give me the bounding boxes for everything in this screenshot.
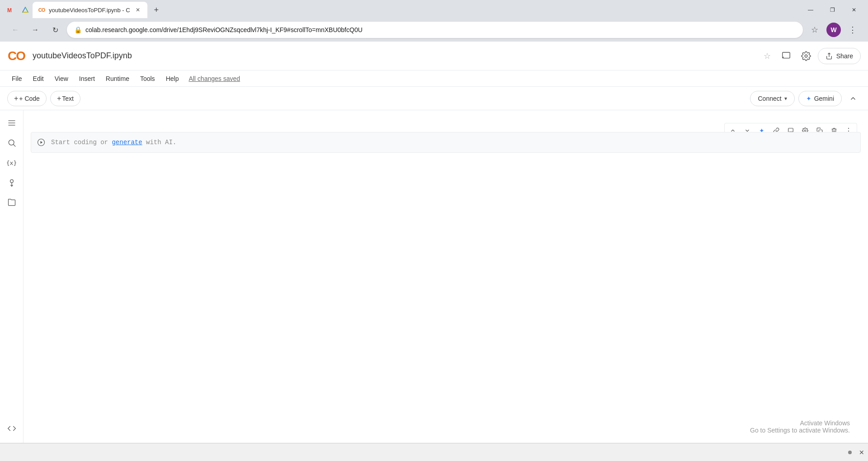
plus-text-icon: + bbox=[57, 94, 61, 103]
add-code-label: + Code bbox=[19, 95, 40, 102]
taskbar-close-button[interactable]: ✕ bbox=[859, 449, 864, 456]
svg-point-12 bbox=[10, 179, 13, 183]
gemini-button[interactable]: ✦ Gemini bbox=[798, 91, 842, 106]
tab-title: youtubeVideosToPDF.ipynb - C bbox=[49, 7, 130, 14]
sidebar-variables[interactable]: {x} bbox=[3, 154, 21, 172]
svg-point-5 bbox=[805, 55, 807, 57]
menu-help[interactable]: Help bbox=[161, 73, 184, 84]
menu-insert[interactable]: Insert bbox=[75, 73, 99, 84]
svg-point-20 bbox=[804, 130, 806, 132]
taskbar-icons: ✕ bbox=[844, 447, 864, 458]
generate-link[interactable]: generate bbox=[112, 139, 142, 146]
svg-marker-23 bbox=[41, 141, 43, 144]
menu-bar: File Edit View Insert Runtime Tools Help… bbox=[0, 71, 868, 87]
add-text-label: Text bbox=[62, 95, 74, 102]
notebook: ✦ bbox=[24, 110, 868, 461]
tab-colab-active[interactable]: CO youtubeVideosToPDF.ipynb - C ✕ bbox=[33, 2, 147, 18]
add-code-button[interactable]: + + Code bbox=[7, 91, 47, 106]
bookmark-button[interactable]: ☆ bbox=[807, 22, 823, 38]
svg-line-3 bbox=[23, 7, 25, 12]
svg-marker-1 bbox=[23, 7, 28, 12]
browser-menu-button[interactable]: ⋮ bbox=[844, 22, 861, 38]
cell-placeholder-before: Start coding or bbox=[51, 139, 112, 146]
tab-close-button[interactable]: ✕ bbox=[134, 6, 142, 14]
connect-button[interactable]: Connect ▾ bbox=[750, 91, 794, 106]
header-actions: gmail Share bbox=[778, 48, 861, 64]
sidebar-toc[interactable] bbox=[3, 114, 21, 132]
svg-line-11 bbox=[13, 145, 15, 147]
menu-edit[interactable]: Edit bbox=[28, 73, 48, 84]
address-text: colab.research.google.com/drive/1Ehdj9SR… bbox=[85, 26, 796, 33]
taskbar-dot-icon bbox=[844, 447, 855, 458]
cell-code-content[interactable]: Start coding or generate with AI. bbox=[51, 138, 857, 147]
menu-runtime[interactable]: Runtime bbox=[101, 73, 134, 84]
sidebar-secrets[interactable] bbox=[3, 174, 21, 192]
back-button[interactable]: ← bbox=[7, 22, 24, 38]
gemini-star-icon: ✦ bbox=[806, 95, 811, 102]
colab-header: CO youtubeVideosToPDF.ipynb ☆ bbox=[0, 42, 868, 71]
cell-wrapper: ✦ bbox=[31, 132, 861, 153]
menu-tools[interactable]: Tools bbox=[136, 73, 160, 84]
colab-favicon: CO bbox=[38, 6, 45, 14]
cell-placeholder-after: with AI. bbox=[142, 139, 177, 146]
sidebar-search[interactable] bbox=[3, 134, 21, 152]
star-button[interactable]: ☆ bbox=[764, 51, 771, 61]
tab-gmail[interactable]: M bbox=[4, 3, 18, 17]
svg-text:M: M bbox=[7, 7, 12, 14]
connect-dropdown-icon: ▾ bbox=[784, 95, 787, 102]
activate-windows-subtitle: Go to Settings to activate Windows. bbox=[750, 427, 850, 434]
run-cell-button[interactable] bbox=[35, 136, 47, 149]
gemini-label: Gemini bbox=[814, 95, 834, 102]
profile-avatar[interactable]: W bbox=[826, 23, 841, 37]
reload-button[interactable]: ↻ bbox=[47, 22, 63, 38]
body-layout: {x} bbox=[0, 110, 868, 461]
close-button[interactable]: ✕ bbox=[844, 2, 864, 18]
lock-icon: 🔒 bbox=[74, 26, 82, 33]
add-text-button[interactable]: + Text bbox=[50, 91, 80, 106]
plus-icon: + bbox=[14, 94, 18, 103]
menu-file[interactable]: File bbox=[7, 73, 27, 84]
tab-bar: M CO youtubeVideosToPDF.ipynb - C ✕ bbox=[0, 0, 868, 18]
svg-point-10 bbox=[9, 140, 14, 145]
share-icon bbox=[826, 52, 833, 60]
collapse-button[interactable] bbox=[845, 91, 861, 106]
address-input[interactable]: 🔒 colab.research.google.com/drive/1Ehdj9… bbox=[67, 22, 803, 38]
drive-favicon bbox=[22, 6, 29, 14]
windows-activation-watermark: Activate Windows Go to Settings to activ… bbox=[750, 419, 850, 434]
share-text: Share bbox=[836, 52, 853, 60]
sidebar: {x} bbox=[0, 110, 24, 461]
activate-windows-title: Activate Windows bbox=[750, 419, 850, 427]
taskbar: ✕ bbox=[0, 443, 868, 461]
new-tab-button[interactable]: + bbox=[149, 3, 164, 17]
comments-button[interactable] bbox=[778, 48, 794, 64]
sidebar-files[interactable] bbox=[3, 193, 21, 212]
colab-logo: CO bbox=[7, 47, 25, 65]
minimize-button[interactable]: — bbox=[800, 2, 821, 18]
window-controls: — ❐ ✕ bbox=[800, 2, 868, 18]
main-content: CO youtubeVideosToPDF.ipynb ☆ bbox=[0, 42, 868, 461]
notebook-title: youtubeVideosToPDF.ipynb bbox=[33, 51, 755, 61]
toolbar-right: Connect ▾ ✦ Gemini bbox=[750, 91, 861, 106]
tab-drive[interactable] bbox=[18, 3, 33, 17]
forward-button[interactable]: → bbox=[27, 22, 43, 38]
menu-view[interactable]: View bbox=[50, 73, 73, 84]
toolbar: + + Code + Text Connect ▾ ✦ Gemini bbox=[0, 87, 868, 110]
save-status: All changes saved bbox=[189, 75, 240, 82]
share-button[interactable]: gmail Share bbox=[818, 48, 861, 64]
sidebar-code-snippets[interactable] bbox=[3, 419, 21, 437]
gmail-favicon: M bbox=[7, 6, 14, 14]
maximize-button[interactable]: ❐ bbox=[822, 2, 843, 18]
connect-label: Connect bbox=[758, 95, 781, 102]
settings-button[interactable] bbox=[798, 48, 814, 64]
address-bar: ← → ↻ 🔒 colab.research.google.com/drive/… bbox=[0, 18, 868, 42]
code-cell: Start coding or generate with AI. bbox=[31, 132, 861, 153]
cell-content: Start coding or generate with AI. bbox=[31, 132, 860, 152]
